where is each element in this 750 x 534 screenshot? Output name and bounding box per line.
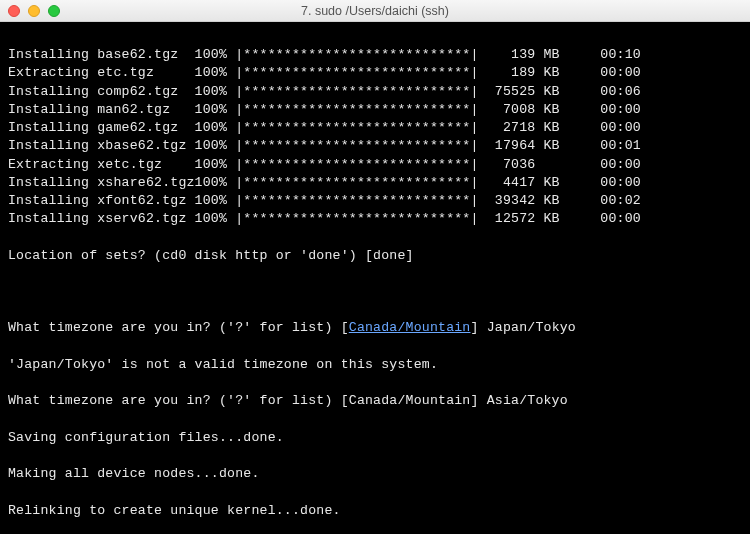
install-row: Installing game62.tgz 100% |************… xyxy=(8,119,742,137)
install-row: Installing base62.tgz 100% |************… xyxy=(8,46,742,64)
saving-line: Saving configuration files...done. xyxy=(8,429,742,447)
window-title: 7. sudo /Users/daichi (ssh) xyxy=(0,4,750,18)
tz-link: Canada/Mountain xyxy=(349,320,471,335)
install-row: Installing xshare62.tgz100% |***********… xyxy=(8,174,742,192)
install-row: Installing xfont62.tgz 100% |***********… xyxy=(8,192,742,210)
install-row: Installing comp62.tgz 100% |************… xyxy=(8,83,742,101)
tz-prompt-1: What timezone are you in? ('?' for list)… xyxy=(8,319,742,337)
relink-line: Relinking to create unique kernel...done… xyxy=(8,502,742,520)
install-rows: Installing base62.tgz 100% |************… xyxy=(8,46,742,228)
install-row: Installing xbase62.tgz 100% |***********… xyxy=(8,137,742,155)
install-row: Installing xserv62.tgz 100% |***********… xyxy=(8,210,742,228)
nodes-line: Making all device nodes...done. xyxy=(8,465,742,483)
install-row: Extracting xetc.tgz 100% |**************… xyxy=(8,156,742,174)
install-row: Installing man62.tgz 100% |*************… xyxy=(8,101,742,119)
tz-prompt-2: What timezone are you in? ('?' for list)… xyxy=(8,392,742,410)
blank-line xyxy=(8,283,742,301)
terminal-output[interactable]: Installing base62.tgz 100% |************… xyxy=(0,22,750,534)
tz-error: 'Japan/Tokyo' is not a valid timezone on… xyxy=(8,356,742,374)
install-row: Extracting etc.tgz 100% |***************… xyxy=(8,64,742,82)
location-prompt: Location of sets? (cd0 disk http or 'don… xyxy=(8,247,742,265)
window-titlebar: 7. sudo /Users/daichi (ssh) xyxy=(0,0,750,22)
